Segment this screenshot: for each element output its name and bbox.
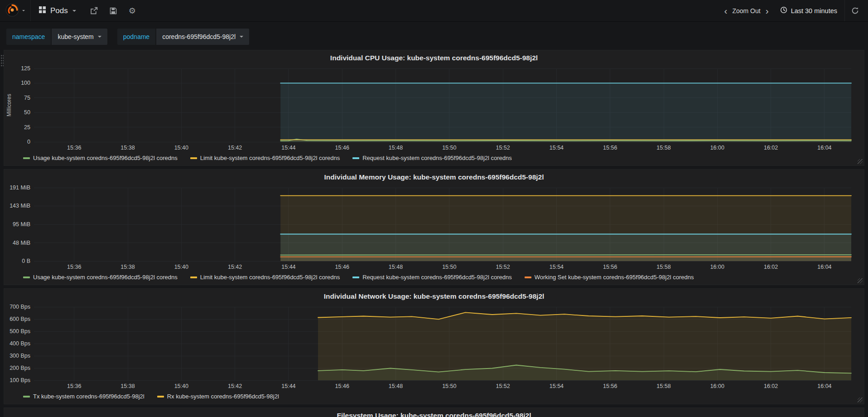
settings-button[interactable]: ⚙	[123, 0, 142, 21]
svg-text:700 Bps: 700 Bps	[10, 304, 30, 310]
svg-text:15:52: 15:52	[496, 264, 510, 270]
svg-text:16:04: 16:04	[817, 264, 831, 270]
panel-network-usage: Individual Network Usage: kube-system co…	[4, 288, 864, 404]
podname-label[interactable]: podname	[117, 29, 155, 45]
network-usage-chart[interactable]: 100 Bps200 Bps300 Bps400 Bps500 Bps600 B…	[4, 303, 864, 392]
chart-canvas[interactable]: 100 Bps200 Bps300 Bps400 Bps500 Bps600 B…	[4, 303, 864, 392]
svg-text:Millicores: Millicores	[6, 94, 12, 116]
memory-usage-chart[interactable]: 0 B48 MiB95 MiB143 MiB191 MiB15:3615:381…	[4, 184, 864, 273]
panel-title-network[interactable]: Individual Network Usage: kube-system co…	[4, 289, 864, 303]
dashboard-grid: Individual CPU Usage: kube-system coredn…	[0, 50, 868, 417]
svg-text:15:38: 15:38	[121, 145, 135, 151]
svg-text:15:48: 15:48	[389, 264, 403, 270]
svg-text:15:38: 15:38	[121, 264, 135, 270]
legend-item[interactable]: Request kube-system coredns-695f96dcd5-9…	[352, 274, 512, 281]
legend-series-name: Limit kube-system coredns-695f96dcd5-98j…	[200, 274, 340, 281]
svg-text:15:48: 15:48	[389, 383, 403, 389]
svg-text:16:02: 16:02	[764, 145, 778, 151]
svg-text:15:56: 15:56	[603, 145, 617, 151]
svg-text:300 Bps: 300 Bps	[10, 353, 30, 359]
legend-series-color	[23, 157, 30, 159]
legend-item[interactable]: Request kube-system coredns-695f96dcd5-9…	[352, 155, 512, 161]
legend-item[interactable]: Limit kube-system coredns-695f96dcd5-98j…	[190, 274, 340, 281]
svg-text:16:04: 16:04	[817, 383, 831, 389]
svg-text:75: 75	[24, 95, 30, 101]
svg-text:15:36: 15:36	[67, 264, 81, 270]
legend-item[interactable]: Tx kube-system coredns-695f96dcd5-98j2l	[23, 393, 145, 400]
variable-podname: podname coredns-695f96dcd5-98j2l	[117, 29, 249, 45]
svg-text:15:50: 15:50	[442, 145, 456, 151]
time-shift-back-button[interactable]: ‹	[720, 6, 731, 15]
save-button[interactable]	[104, 0, 123, 21]
chart-canvas[interactable]: 025507510012515:3615:3815:4015:4215:4415…	[4, 65, 864, 154]
dashboard-picker[interactable]: Pods	[30, 0, 84, 21]
panel-resize-handle[interactable]	[858, 398, 863, 402]
variable-namespace: namespace kube-system	[6, 29, 107, 45]
gear-icon: ⚙	[129, 6, 136, 16]
svg-text:15:56: 15:56	[603, 383, 617, 389]
svg-text:600 Bps: 600 Bps	[10, 316, 30, 322]
grafana-logo-menu[interactable]	[4, 0, 30, 21]
legend-item[interactable]: Usage kube-system coredns-695f96dcd5-98j…	[23, 274, 178, 281]
save-icon	[110, 7, 117, 15]
panel-cpu-usage: Individual CPU Usage: kube-system coredn…	[4, 50, 864, 166]
svg-text:16:02: 16:02	[764, 264, 778, 270]
svg-text:200 Bps: 200 Bps	[10, 365, 30, 371]
svg-text:15:54: 15:54	[550, 264, 564, 270]
share-button[interactable]	[84, 0, 104, 21]
svg-text:15:46: 15:46	[335, 264, 349, 270]
legend-item[interactable]: Working Set kube-system coredns-695f96dc…	[525, 274, 694, 281]
svg-text:15:54: 15:54	[550, 383, 564, 389]
legend-item[interactable]: Usage kube-system coredns-695f96dcd5-98j…	[23, 155, 178, 161]
legend-series-color	[157, 396, 164, 398]
legend-item[interactable]: Rx kube-system coredns-695f96dcd5-98j2l	[157, 393, 279, 400]
refresh-button[interactable]	[844, 0, 861, 21]
time-shift-forward-button[interactable]: ›	[762, 6, 773, 15]
svg-text:15:46: 15:46	[335, 383, 349, 389]
svg-text:15:40: 15:40	[174, 145, 188, 151]
panel-title-cpu[interactable]: Individual CPU Usage: kube-system coredn…	[4, 50, 864, 65]
svg-text:191 MiB: 191 MiB	[10, 184, 30, 191]
svg-text:0: 0	[27, 139, 30, 145]
apps-grid-icon	[39, 6, 46, 15]
svg-text:16:00: 16:00	[710, 145, 724, 151]
svg-text:15:58: 15:58	[656, 264, 670, 270]
legend-series-name: Usage kube-system coredns-695f96dcd5-98j…	[33, 274, 178, 281]
namespace-label[interactable]: namespace	[6, 29, 51, 45]
namespace-dropdown[interactable]: kube-system	[52, 29, 107, 45]
legend-item[interactable]: Limit kube-system coredns-695f96dcd5-98j…	[190, 155, 340, 161]
svg-text:15:44: 15:44	[281, 145, 295, 151]
chevron-down-icon	[240, 36, 243, 38]
namespace-value: kube-system	[58, 33, 93, 40]
panel-title-filesystem[interactable]: Filesystem Usage: kube-system coredns-69…	[4, 408, 864, 417]
grafana-logo-icon	[5, 3, 19, 19]
svg-text:15:36: 15:36	[67, 383, 81, 389]
svg-text:48 MiB: 48 MiB	[13, 240, 30, 246]
chart-canvas[interactable]: 0 B48 MiB95 MiB143 MiB191 MiB15:3615:381…	[4, 184, 864, 273]
template-variables-row: namespace kube-system podname coredns-69…	[0, 22, 868, 50]
panel-resize-handle[interactable]	[858, 278, 863, 283]
cpu-usage-chart[interactable]: 025507510012515:3615:3815:4015:4215:4415…	[4, 65, 864, 154]
legend-series-color	[190, 276, 197, 278]
dashboard-caret-icon	[72, 10, 76, 12]
svg-text:15:58: 15:58	[656, 383, 670, 389]
svg-text:16:00: 16:00	[710, 264, 724, 270]
legend-series-name: Tx kube-system coredns-695f96dcd5-98j2l	[33, 393, 145, 400]
legend-series-name: Rx kube-system coredns-695f96dcd5-98j2l	[167, 393, 279, 400]
svg-text:15:58: 15:58	[656, 145, 670, 151]
svg-text:15:40: 15:40	[174, 264, 188, 270]
time-range-picker[interactable]: Last 30 minutes	[773, 0, 844, 21]
svg-text:0 B: 0 B	[22, 258, 30, 264]
svg-text:100 Bps: 100 Bps	[10, 377, 30, 383]
svg-text:15:44: 15:44	[281, 383, 295, 389]
legend-series-color	[190, 157, 197, 159]
panel-resize-handle[interactable]	[858, 159, 863, 164]
chevron-down-icon	[98, 36, 101, 38]
svg-text:15:52: 15:52	[496, 383, 510, 389]
panel-title-memory[interactable]: Individual Memory Usage: kube-system cor…	[4, 170, 864, 184]
svg-text:15:54: 15:54	[550, 145, 564, 151]
zoom-out-button[interactable]: Zoom Out	[731, 7, 761, 15]
legend-series-color	[525, 276, 531, 278]
legend-series-color	[352, 276, 359, 278]
podname-dropdown[interactable]: coredns-695f96dcd5-98j2l	[156, 29, 249, 45]
